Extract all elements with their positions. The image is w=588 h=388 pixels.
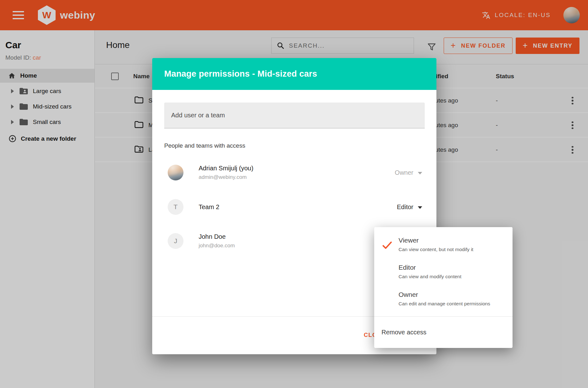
menu-option-viewer[interactable]: Viewer Can view content, but not modify … <box>374 232 513 259</box>
member-email: john@doe.com <box>199 243 235 249</box>
member-email: admin@webiny.com <box>199 174 253 180</box>
member-row: Adrian Smijulj (you) admin@webiny.com Ow… <box>168 163 422 182</box>
chevron-down-icon <box>418 172 422 174</box>
dialog-title: Manage permissions - Mid-sized cars <box>164 69 317 79</box>
member-name: Adrian Smijulj (you) <box>199 165 253 172</box>
member-name: Team 2 <box>199 203 219 211</box>
check-icon <box>382 241 393 250</box>
member-avatar: J <box>168 233 183 249</box>
role-dropdown-menu: Viewer Can view content, but not modify … <box>374 227 513 348</box>
remove-access-option[interactable]: Remove access <box>374 316 513 348</box>
member-name: John Doe <box>199 233 235 240</box>
access-section-label: People and teams with access <box>164 142 245 149</box>
chevron-down-icon <box>418 206 422 209</box>
member-avatar: T <box>168 199 183 215</box>
role-select-owner[interactable]: Owner <box>395 169 422 176</box>
role-select-editor[interactable]: Editor <box>397 203 422 211</box>
dialog-header: Manage permissions - Mid-sized cars <box>152 58 436 90</box>
menu-option-editor[interactable]: Editor Can view and modify content <box>374 259 513 286</box>
member-row: T Team 2 Editor <box>168 197 422 216</box>
menu-option-owner[interactable]: Owner Can edit and manage content permis… <box>374 286 513 313</box>
app-root: W webiny LOCALE: EN-US Car Model ID: car… <box>0 0 588 388</box>
add-user-field[interactable] <box>164 103 425 128</box>
member-avatar <box>168 165 183 180</box>
add-user-input[interactable] <box>164 112 425 119</box>
